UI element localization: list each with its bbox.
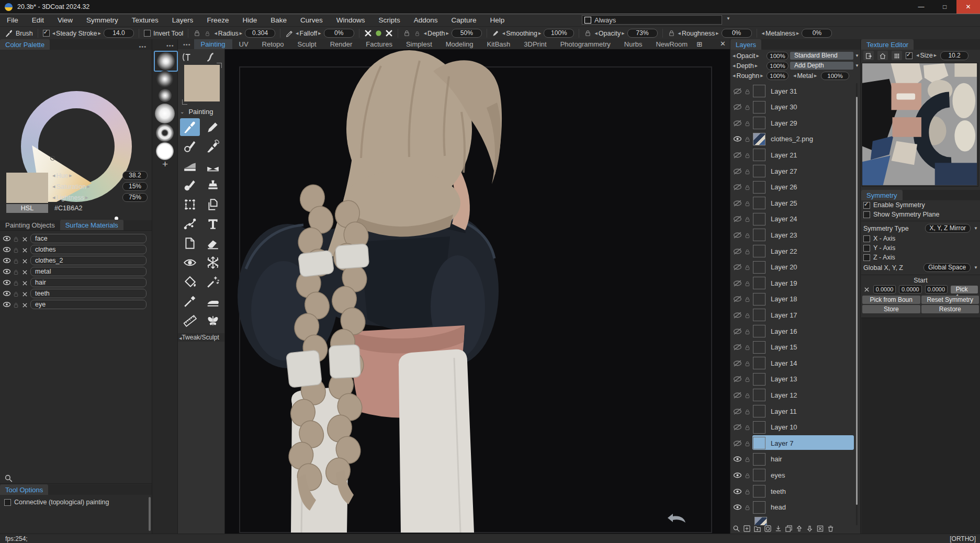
- brush-tip-ring[interactable]: [154, 123, 176, 142]
- steady-stroke-control[interactable]: ◀Steady Stroke▶14.0: [38, 29, 139, 38]
- global-space-select[interactable]: Global Space: [923, 263, 971, 272]
- material-name[interactable]: hair: [30, 278, 147, 287]
- brush-tool[interactable]: [180, 118, 200, 136]
- store-button[interactable]: Store: [862, 305, 920, 313]
- picker-tool[interactable]: [180, 292, 200, 310]
- brush-tip-solid[interactable]: [154, 142, 176, 161]
- tab-painting-objects[interactable]: Painting Objects: [0, 220, 60, 230]
- text-tool[interactable]: [203, 215, 223, 233]
- metalness-control[interactable]: ◀Metalness▶0%: [757, 29, 837, 38]
- add-layer-button[interactable]: [743, 524, 751, 533]
- layer-mask-button[interactable]: [764, 524, 772, 533]
- tab-texture-editor[interactable]: Texture Editor: [861, 39, 914, 50]
- layer-name[interactable]: Layer 17: [771, 311, 797, 319]
- add-brush-tip-button[interactable]: +: [152, 159, 178, 170]
- room-tab-simplest[interactable]: Simplest: [399, 39, 439, 49]
- texture-grid-checkbox[interactable]: [906, 52, 913, 59]
- dry-brush-tool[interactable]: [180, 138, 200, 155]
- layer-name[interactable]: head: [771, 503, 786, 511]
- tab-layers[interactable]: Layers: [730, 39, 761, 50]
- clear-layer-button[interactable]: [816, 524, 824, 533]
- swap-color-corner-icon[interactable]: [217, 63, 222, 68]
- layer-name[interactable]: teeth: [771, 488, 786, 495]
- symmetry-type-arrow-icon[interactable]: ▼: [974, 226, 978, 231]
- material-row-metal[interactable]: metal: [0, 266, 152, 277]
- layer-row-hair[interactable]: hair: [730, 451, 854, 467]
- invert-tool-control[interactable]: Invert Tool: [139, 29, 188, 38]
- room-tab-newroom[interactable]: NewRoom: [649, 39, 694, 49]
- brush-tip-small-soft[interactable]: [154, 88, 176, 103]
- layer-thumbnail[interactable]: [753, 261, 765, 274]
- layer-row-head[interactable]: head: [730, 500, 854, 515]
- steady-stroke-value[interactable]: 14.0: [104, 29, 134, 38]
- layer-thumbnail[interactable]: [753, 85, 765, 97]
- x-axis-checkbox[interactable]: [863, 235, 870, 242]
- layer-thumbnail[interactable]: [753, 501, 765, 514]
- layer-row-layer-17[interactable]: Layer 17: [730, 307, 854, 323]
- steady-stroke-checkbox[interactable]: [43, 30, 50, 37]
- minimize-button[interactable]: —: [909, 0, 933, 14]
- text-frame-icon[interactable]: [181, 52, 192, 64]
- close-icon[interactable]: ✕: [720, 40, 726, 48]
- stamp-tool[interactable]: [203, 176, 223, 194]
- always-dropdown[interactable]: Always: [582, 15, 722, 25]
- show-symmetry-plane-option[interactable]: Show Symmetry Plane: [861, 210, 980, 219]
- hue-value[interactable]: 38.2: [122, 171, 148, 180]
- room-tab-render[interactable]: Render: [323, 39, 359, 49]
- room-tab-kitbash[interactable]: KitBash: [480, 39, 517, 49]
- start-z-value[interactable]: 0.0000: [925, 285, 948, 293]
- layer-thumbnail[interactable]: [753, 469, 765, 481]
- search-icon[interactable]: [4, 474, 13, 483]
- layer-thumbnail[interactable]: [753, 277, 765, 289]
- reset-symmetry-button[interactable]: Reset Symmetry: [921, 296, 979, 304]
- material-name[interactable]: teeth: [30, 289, 147, 298]
- layer-row-layer-12[interactable]: Layer 12: [730, 387, 854, 403]
- layer-metal-value[interactable]: 100%: [821, 72, 849, 80]
- room-tab-sculpt[interactable]: Sculpt: [291, 39, 323, 49]
- layer-rough-value[interactable]: 100%: [767, 72, 788, 80]
- invert-tool-checkbox[interactable]: [144, 30, 151, 37]
- layer-name[interactable]: Layer 23: [771, 231, 797, 239]
- room-tab-photogrammetry[interactable]: Photogrammetry: [554, 39, 617, 49]
- layer-row-layer-30[interactable]: Layer 30: [730, 99, 854, 115]
- move-up-button[interactable]: [795, 524, 803, 533]
- layer-thumbnail[interactable]: [753, 149, 765, 161]
- layer-name[interactable]: Layer 24: [771, 215, 797, 223]
- layer-row-layer-29[interactable]: Layer 29: [730, 115, 854, 131]
- layer-thumbnail[interactable]: [753, 229, 765, 241]
- layer-thumbnail[interactable]: [753, 421, 765, 434]
- layer-row-eyes[interactable]: eyes: [730, 467, 854, 483]
- layer-thumbnail[interactable]: [753, 245, 765, 257]
- layer-row-layer-13[interactable]: Layer 13: [730, 371, 854, 387]
- tweak-sculpt-section[interactable]: ◀Tweak/Sculpt: [178, 333, 224, 342]
- color-palette-menu-icon[interactable]: •••: [139, 43, 147, 50]
- falloff-control[interactable]: ◀Falloff▶0%: [280, 29, 359, 38]
- layer-row-teeth[interactable]: teeth: [730, 483, 854, 499]
- material-row-teeth[interactable]: teeth: [0, 288, 152, 299]
- always-checkbox[interactable]: [584, 17, 591, 24]
- radius-value[interactable]: 0.304: [245, 29, 275, 38]
- tab-tool-options[interactable]: Tool Options: [0, 484, 48, 495]
- layer-name[interactable]: Layer 25: [771, 199, 797, 207]
- menu-addons[interactable]: Addons: [407, 14, 445, 26]
- layer-row-layer-20[interactable]: Layer 20: [730, 259, 854, 275]
- layer-thumbnail[interactable]: [753, 213, 765, 225]
- layer-row-layer-19[interactable]: Layer 19: [730, 275, 854, 291]
- layer-name[interactable]: Layer 16: [771, 327, 797, 335]
- fill-tool[interactable]: [180, 273, 200, 291]
- room-tab-retopo[interactable]: Retopo: [255, 39, 291, 49]
- layer-thumbnail[interactable]: [753, 485, 765, 497]
- smoothing-control[interactable]: ◀Smoothing▶100%: [487, 29, 580, 38]
- menu-layers[interactable]: Layers: [165, 14, 200, 26]
- pick-button[interactable]: Pick 1: [951, 286, 978, 293]
- layer-thumbnail[interactable]: [753, 117, 765, 129]
- layer-thumbnail[interactable]: [753, 133, 765, 145]
- menu-capture[interactable]: Capture: [445, 14, 483, 26]
- export-button[interactable]: [863, 51, 874, 60]
- close-button[interactable]: ✕: [956, 0, 980, 14]
- depth-control[interactable]: ◀Depth▶50%: [398, 29, 487, 38]
- material-name[interactable]: clothes: [30, 245, 147, 254]
- smoothing-value[interactable]: 100%: [544, 29, 574, 38]
- layer-name[interactable]: Layer 27: [771, 167, 797, 175]
- texture-preview[interactable]: [862, 63, 978, 187]
